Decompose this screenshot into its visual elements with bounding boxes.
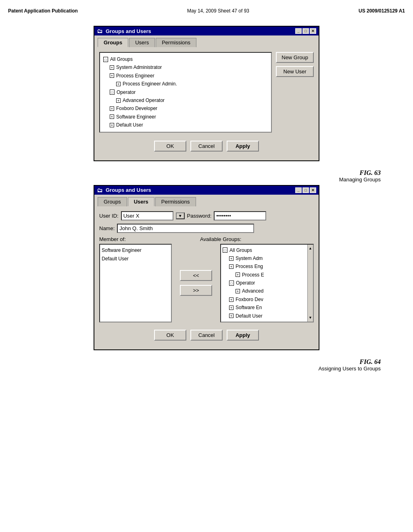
tree-item-sysadmin[interactable]: + System Administrator [103, 63, 268, 71]
tree-item-advancedop[interactable]: + Advanced Operator [103, 96, 268, 104]
avail-allgroups[interactable]: □ All Groups [223, 246, 306, 254]
scroll-up-arrow[interactable]: ▲ [308, 245, 313, 252]
doc-icon: □ [103, 57, 108, 62]
userid-dropdown[interactable]: ▼ [176, 212, 185, 219]
avail-operator[interactable]: □ Operator [223, 279, 306, 287]
tree-label: Default User [116, 121, 143, 129]
tree-item-defaultuser[interactable]: + Default User [103, 121, 268, 129]
tree-label: Process Engineer [116, 72, 154, 80]
tree-label: Software Engineer [116, 113, 156, 121]
tabs-bar-fig63: Groups Users Permissions [94, 35, 319, 47]
available-groups-label: Available Groups: [200, 236, 241, 242]
avail-advanced[interactable]: + Advanced [223, 287, 306, 295]
available-groups-panel[interactable]: □ All Groups + System Adm + Process Eng … [220, 244, 314, 323]
tree-item-peadmin[interactable]: + Process Engineer Admin. [103, 80, 268, 88]
avail-defaultuser[interactable]: + Default User [223, 312, 306, 320]
maximize-button[interactable]: □ [302, 28, 309, 34]
move-right-button[interactable]: >> [180, 285, 212, 296]
minimize-button[interactable]: _ [295, 28, 302, 34]
plus-icon: + [236, 272, 240, 277]
tree-label: All Groups [110, 55, 133, 63]
plus-icon: + [110, 114, 114, 119]
apply-button-64[interactable]: Apply [227, 330, 259, 341]
tab-groups[interactable]: Groups [98, 38, 128, 47]
password-label: Password: [187, 213, 212, 219]
doc-icon: □ [229, 281, 234, 286]
close-button[interactable]: ✕ [310, 28, 316, 34]
member-item-defaultuser[interactable]: Default User [102, 255, 169, 264]
move-left-button[interactable]: << [180, 270, 212, 281]
userid-input[interactable] [121, 211, 173, 220]
member-of-panel[interactable]: Software Engineer Default User [99, 244, 172, 323]
titlebar-fig63: 🗂 Groups and Users _ □ ✕ [94, 27, 319, 35]
plus-icon: + [116, 98, 121, 103]
new-user-button[interactable]: New User [276, 66, 314, 77]
tree-item-operator[interactable]: □ Operator [103, 88, 268, 96]
dialog-fig64: 🗂 Groups and Users _ □ ✕ Groups Users Pe… [94, 185, 319, 351]
cancel-button[interactable]: Cancel [190, 141, 223, 152]
doc-icon: □ [223, 247, 227, 253]
name-label: Name: [99, 225, 115, 231]
tree-item-allgroups[interactable]: □ All Groups [103, 55, 268, 63]
maximize-button-64[interactable]: □ [302, 187, 309, 193]
minimize-button-64[interactable]: _ [295, 187, 302, 193]
plus-icon: + [110, 73, 114, 78]
tab-permissions-64[interactable]: Permissions [155, 197, 196, 206]
avail-softwareen[interactable]: + Software En [223, 303, 306, 312]
avail-foxborodev[interactable]: + Foxboro Dev [223, 295, 306, 303]
avail-processe[interactable]: + Process E [223, 271, 306, 279]
cancel-button-64[interactable]: Cancel [190, 330, 223, 341]
tree-label: Operator [117, 88, 136, 96]
side-buttons-fig63: New Group New User [276, 52, 314, 133]
member-item-softengineer[interactable]: Software Engineer [102, 246, 169, 255]
content-area-fig63: □ All Groups + System Administrator + Pr… [99, 52, 314, 133]
name-input[interactable] [117, 224, 254, 233]
plus-icon: + [229, 297, 234, 302]
titlebar-fig64: 🗂 Groups and Users _ □ ✕ [94, 186, 319, 195]
middle-controls: << >> [176, 244, 216, 323]
header-center: May 14, 2009 Sheet 47 of 93 [187, 8, 249, 14]
close-button-64[interactable]: ✕ [310, 187, 316, 193]
tree-item-softengineer[interactable]: + Software Engineer [103, 113, 268, 121]
scroll-down-arrow[interactable]: ▼ [308, 314, 313, 322]
password-input[interactable] [214, 211, 266, 220]
bottom-buttons-fig63: OK Cancel Apply [99, 137, 314, 156]
scrollbar[interactable]: ▲ ▼ [307, 245, 313, 322]
tree-label: Advanced Operator [123, 96, 165, 104]
titlebar-left: 🗂 Groups and Users [97, 28, 151, 34]
fig63-caption: Managing Groups [8, 177, 381, 183]
dialog-body-fig63: □ All Groups + System Administrator + Pr… [94, 47, 319, 160]
plus-icon: + [229, 314, 234, 318]
plus-icon: + [229, 305, 234, 310]
avail-processeng[interactable]: + Process Eng [223, 262, 306, 270]
ok-button[interactable]: OK [154, 141, 186, 152]
tree-item-foxboro[interactable]: + Foxboro Developer [103, 104, 268, 112]
titlebar-controls-64[interactable]: _ □ ✕ [295, 187, 316, 193]
plus-icon: + [110, 123, 114, 127]
panels-labels: Member of: Available Groups: [99, 236, 314, 242]
apply-button[interactable]: Apply [227, 141, 259, 152]
plus-icon: + [116, 82, 121, 86]
tab-permissions[interactable]: Permissions [156, 38, 196, 47]
tab-groups-64[interactable]: Groups [98, 197, 127, 206]
dialog-icon: 🗂 [97, 28, 103, 34]
tree-label: Foxboro Developer [116, 104, 157, 112]
bottom-buttons-fig64: OK Cancel Apply [99, 326, 314, 345]
dialog-title-64: Groups and Users [106, 187, 151, 193]
avail-sysadm[interactable]: + System Adm [223, 254, 306, 262]
new-group-button[interactable]: New Group [276, 52, 314, 63]
tree-label: System Administrator [116, 63, 162, 71]
ok-button-64[interactable]: OK [154, 330, 186, 341]
tree-label: Process Engineer Admin. [123, 80, 177, 88]
groups-tree-panel[interactable]: □ All Groups + System Administrator + Pr… [99, 52, 272, 133]
dialog-title: Groups and Users [106, 28, 151, 34]
page-header: Patent Application Publication May 14, 2… [8, 8, 405, 14]
name-row: Name: [99, 224, 314, 233]
member-of-label: Member of: [99, 236, 172, 242]
titlebar-controls[interactable]: _ □ ✕ [295, 28, 316, 34]
fig64-number: FIG. 64 [8, 358, 381, 366]
fig64-label: FIG. 64 Assigning Users to Groups [8, 358, 405, 372]
tab-users[interactable]: Users [129, 38, 155, 47]
tree-item-processengineer[interactable]: + Process Engineer [103, 72, 268, 80]
tab-users-64[interactable]: Users [128, 197, 154, 206]
